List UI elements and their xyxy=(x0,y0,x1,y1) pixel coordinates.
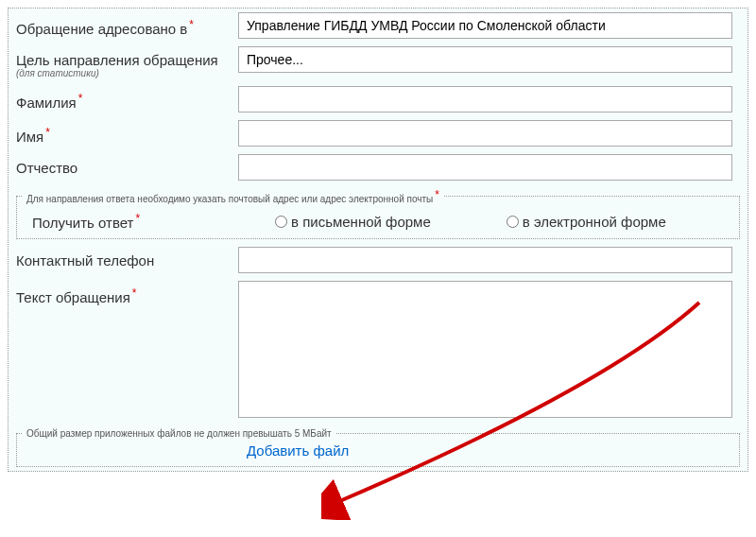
row-phone: Контактный телефон xyxy=(9,243,747,277)
radio-written[interactable] xyxy=(275,216,287,228)
response-fieldset: Для направления ответа необходимо указат… xyxy=(16,188,740,239)
label-purpose: Цель направления обращения (для статисти… xyxy=(16,46,238,78)
input-phone[interactable] xyxy=(238,247,732,273)
input-purpose[interactable] xyxy=(238,46,732,73)
radio-written-label[interactable]: в письменной форме xyxy=(291,214,431,230)
label-lastname: Фамилия* xyxy=(16,86,238,111)
input-addressed-to[interactable] xyxy=(238,12,732,39)
input-patronymic[interactable] xyxy=(238,154,732,181)
row-addressed-to: Обращение адресовано в* xyxy=(9,9,747,43)
input-lastname[interactable] xyxy=(238,86,732,113)
label-message: Текст обращения* xyxy=(16,281,238,305)
radio-electronic[interactable] xyxy=(507,216,519,228)
row-message: Текст обращения* xyxy=(9,277,747,424)
label-phone: Контактный телефон xyxy=(16,247,238,268)
row-lastname: Фамилия* xyxy=(9,82,747,116)
file-legend: Общий размер приложенных файлов не долже… xyxy=(23,428,335,439)
response-legend: Для направления ответа необходимо указат… xyxy=(23,188,443,204)
add-file-link[interactable]: Добавить файл xyxy=(247,442,349,459)
form-container: Обращение адресовано в* Цель направления… xyxy=(8,8,748,472)
row-firstname: Имя* xyxy=(9,116,747,150)
label-response: Получить ответ* xyxy=(25,212,247,231)
textarea-message[interactable] xyxy=(238,281,732,418)
row-purpose: Цель направления обращения (для статисти… xyxy=(9,43,747,82)
label-addressed-to: Обращение адресовано в* xyxy=(16,12,238,37)
file-fieldset: Общий размер приложенных файлов не долже… xyxy=(16,428,740,467)
label-patronymic: Отчество xyxy=(16,154,238,176)
input-firstname[interactable] xyxy=(238,120,732,147)
row-patronymic: Отчество xyxy=(9,150,747,184)
label-firstname: Имя* xyxy=(16,120,238,145)
radio-electronic-label[interactable]: в электронной форме xyxy=(523,214,666,230)
